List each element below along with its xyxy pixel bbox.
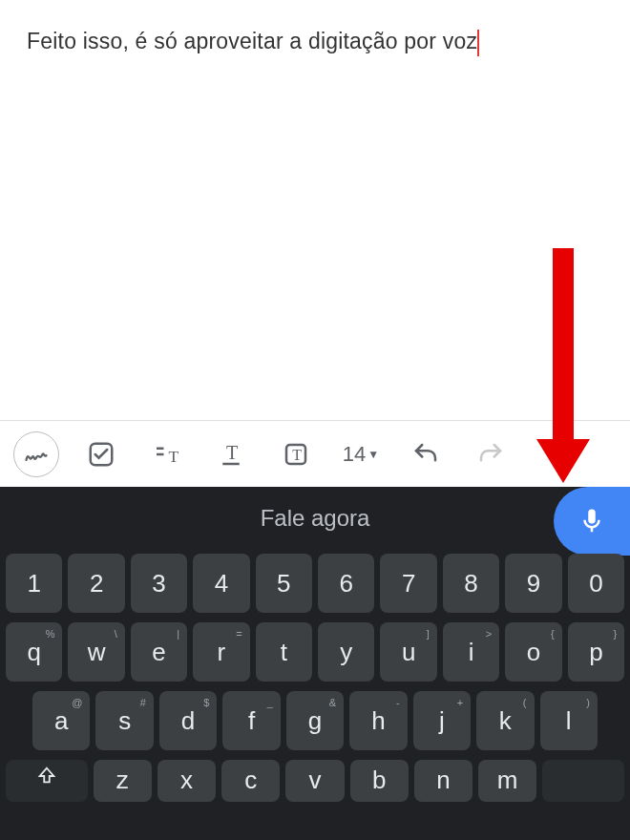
key-c[interactable]: c [221, 760, 280, 802]
key-4[interactable]: 4 [193, 554, 249, 613]
keyboard-row-zxcv: z x c v b n m [6, 760, 624, 806]
undo-button[interactable] [399, 428, 452, 481]
key-n[interactable]: n [414, 760, 472, 802]
checkbox-button[interactable] [74, 428, 128, 481]
key-t[interactable]: t [256, 622, 312, 682]
key-3[interactable]: 3 [131, 554, 187, 613]
handwriting-button[interactable] [10, 428, 63, 481]
key-q[interactable]: q% [6, 622, 62, 682]
key-e[interactable]: e| [131, 622, 187, 682]
keyboard-row-asdf: a@ s# d$ f_ g& h- j+ k( l) [6, 691, 624, 750]
key-x[interactable]: x [158, 760, 216, 802]
key-w[interactable]: w\ [68, 622, 124, 682]
font-size-selector[interactable]: 14▼ [334, 428, 388, 481]
keyboard-row-numbers: 1 2 3 4 5 6 7 8 9 0 [6, 554, 624, 613]
voice-input-button[interactable] [554, 487, 630, 556]
key-y[interactable]: y [318, 622, 374, 682]
text-editor-area[interactable]: Feito isso, é só aproveitar a digitação … [0, 0, 630, 420]
key-z[interactable]: z [94, 760, 152, 802]
text-cursor [477, 30, 479, 56]
svg-text:T: T [169, 446, 179, 465]
key-5[interactable]: 5 [256, 554, 312, 613]
microphone-icon [578, 507, 606, 536]
key-9[interactable]: 9 [505, 554, 561, 613]
svg-text:T: T [292, 447, 302, 464]
svg-text:T: T [226, 442, 238, 463]
editor-toolbar: T T T 14▼ [0, 420, 630, 487]
key-h[interactable]: h- [349, 691, 407, 750]
redo-button[interactable] [464, 428, 517, 481]
key-i[interactable]: i> [443, 622, 499, 682]
key-s[interactable]: s# [95, 691, 153, 750]
key-b[interactable]: b [350, 760, 409, 802]
key-j[interactable]: j+ [413, 691, 471, 750]
key-o[interactable]: o{ [505, 622, 561, 682]
key-m[interactable]: m [478, 760, 536, 802]
key-6[interactable]: 6 [318, 554, 374, 613]
key-r[interactable]: r= [193, 622, 249, 682]
key-d[interactable]: d$ [159, 691, 217, 750]
keyboard-row-qwerty: q% w\ e| r= t y u] i> o{ p} [6, 622, 624, 682]
key-v[interactable]: v [285, 760, 344, 802]
key-7[interactable]: 7 [380, 554, 436, 613]
key-k[interactable]: k( [476, 691, 534, 750]
text-format-button[interactable]: T [139, 428, 193, 481]
key-p[interactable]: p} [568, 622, 624, 682]
key-1[interactable]: 1 [6, 554, 62, 613]
key-a[interactable]: a@ [32, 691, 90, 750]
key-0[interactable]: 0 [568, 554, 624, 613]
backspace-key[interactable] [542, 760, 624, 802]
key-u[interactable]: u] [380, 622, 436, 682]
editor-text: Feito isso, é só aproveitar a digitação … [27, 29, 477, 53]
chevron-down-icon: ▼ [368, 448, 379, 461]
onscreen-keyboard: Fale agora 1 2 3 4 5 6 7 8 9 0 q% w\ e| [0, 487, 630, 840]
key-g[interactable]: g& [286, 691, 344, 750]
keyboard-top-bar: Fale agora [0, 487, 630, 550]
key-l[interactable]: l) [540, 691, 598, 750]
key-2[interactable]: 2 [68, 554, 124, 613]
key-8[interactable]: 8 [443, 554, 499, 613]
font-size-value: 14 [343, 442, 366, 467]
underline-button[interactable]: T [204, 428, 258, 481]
text-box-button[interactable]: T [269, 428, 323, 481]
shift-icon [36, 766, 57, 787]
key-f[interactable]: f_ [222, 691, 280, 750]
shift-key[interactable] [6, 760, 88, 802]
voice-prompt-label: Fale agora [261, 505, 370, 532]
